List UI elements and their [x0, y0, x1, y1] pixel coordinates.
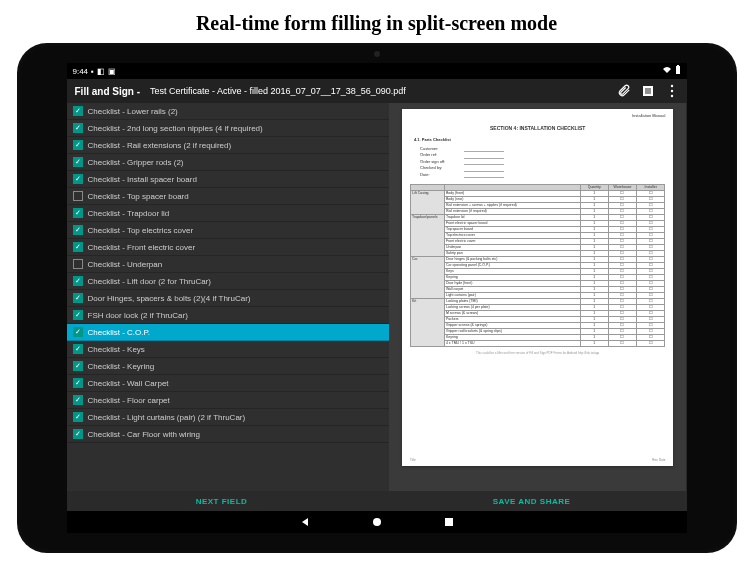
screen: 9:44 ▪ ◧ ▣ Fill and Sign - Test Certific… [67, 63, 687, 533]
checklist-item-label: FSH door lock (2 if ThruCar) [88, 311, 188, 320]
checkbox-icon[interactable]: ✓ [73, 123, 83, 133]
checkbox-icon[interactable]: ✓ [73, 310, 83, 320]
checkbox-icon[interactable] [73, 191, 83, 201]
checklist: ✓Checklist - Lower rails (2)✓Checklist -… [67, 103, 389, 491]
checkbox-icon[interactable]: ✓ [73, 106, 83, 116]
checklist-item[interactable]: ✓Checklist - Front electric cover [67, 239, 389, 256]
app-bar: Fill and Sign - Test Certificate - Activ… [67, 79, 687, 103]
checkbox-icon[interactable]: ✓ [73, 344, 83, 354]
status-icon-app: ▣ [108, 67, 116, 76]
pdf-subtitle: 4.1. Parts Checklist [414, 137, 665, 142]
save-share-button[interactable]: SAVE AND SHARE [377, 491, 687, 511]
pdf-section-title: SECTION 4: INSTALLATION CHECKLIST [410, 125, 665, 131]
checkbox-icon[interactable]: ✓ [73, 140, 83, 150]
checklist-item-label: Checklist - C.O.P. [88, 328, 151, 337]
checkbox-icon[interactable]: ✓ [73, 378, 83, 388]
wifi-icon [662, 66, 672, 76]
checkbox-icon[interactable]: ✓ [73, 395, 83, 405]
checkbox-icon[interactable]: ✓ [73, 225, 83, 235]
pdf-footer-left: Title [410, 458, 416, 462]
app-name: Fill and Sign - [75, 86, 141, 97]
attachment-icon[interactable] [617, 84, 631, 98]
main-content: ✓Checklist - Lower rails (2)✓Checklist -… [67, 103, 687, 491]
status-icon-square: ▪ [91, 67, 94, 76]
page-caption: Real-time form filling in split-screen m… [0, 0, 753, 43]
checkbox-icon[interactable]: ✓ [73, 242, 83, 252]
pdf-header: Installation Manual [632, 113, 665, 118]
checklist-item[interactable]: ✓Checklist - Install spacer board [67, 171, 389, 188]
checklist-item-label: Checklist - Gripper rods (2) [88, 158, 184, 167]
checklist-item-label: Checklist - Lower rails (2) [88, 107, 178, 116]
tablet-frame: 9:44 ▪ ◧ ▣ Fill and Sign - Test Certific… [17, 43, 737, 553]
checklist-item[interactable]: ✓Checklist - Top electrics cover [67, 222, 389, 239]
checkbox-icon[interactable]: ✓ [73, 412, 83, 422]
checklist-item-label: Checklist - Keyring [88, 362, 155, 371]
checkbox-icon[interactable]: ✓ [73, 276, 83, 286]
checklist-item[interactable]: ✓Checklist - C.O.P. [67, 324, 389, 341]
checkbox-icon[interactable]: ✓ [73, 429, 83, 439]
checklist-item-label: Checklist - Floor carpet [88, 396, 170, 405]
android-nav-bar [67, 511, 687, 533]
checklist-item-label: Checklist - Light curtains (pair) (2 if … [88, 413, 246, 422]
checklist-item[interactable]: ✓Checklist - Wall Carpet [67, 375, 389, 392]
checklist-item[interactable]: ✓Checklist - Gripper rods (2) [67, 154, 389, 171]
checklist-item[interactable]: Checklist - Underpan [67, 256, 389, 273]
checklist-item[interactable]: ✓FSH door lock (2 if ThruCar) [67, 307, 389, 324]
checklist-item[interactable]: ✓Checklist - Rail extensions (2 if requi… [67, 137, 389, 154]
svg-point-9 [373, 518, 381, 526]
checkbox-icon[interactable]: ✓ [73, 208, 83, 218]
next-field-button[interactable]: NEXT FIELD [67, 491, 377, 511]
svg-point-7 [670, 90, 672, 92]
checklist-item[interactable]: ✓Checklist - Lift door (2 for ThruCar) [67, 273, 389, 290]
pdf-footer: Title Rev. Date [410, 458, 665, 462]
checklist-item-label: Door Hinges, spacers & bolts (2)(4 if Th… [88, 294, 251, 303]
checklist-item[interactable]: ✓Checklist - Light curtains (pair) (2 if… [67, 409, 389, 426]
recent-icon[interactable] [443, 516, 455, 528]
checklist-item[interactable]: ✓Checklist - 2nd long section nipples (4… [67, 120, 389, 137]
battery-icon [675, 65, 681, 77]
checklist-item[interactable]: ✓Checklist - Keyring [67, 358, 389, 375]
home-icon[interactable] [371, 516, 383, 528]
checklist-item-label: Checklist - Install spacer board [88, 175, 197, 184]
checklist-item[interactable]: ✓Checklist - Car Floor with wiring [67, 426, 389, 443]
checkbox-icon[interactable] [73, 259, 83, 269]
status-time: 9:44 [73, 67, 89, 76]
checklist-item-label: Checklist - Underpan [88, 260, 163, 269]
checklist-item[interactable]: ✓Checklist - Lower rails (2) [67, 103, 389, 120]
more-icon[interactable] [665, 84, 679, 98]
pdf-checklist-table: QuantityWarehouseInstallerLift CasingBod… [410, 184, 665, 347]
checklist-item[interactable]: ✓Checklist - Keys [67, 341, 389, 358]
document-icon[interactable] [641, 84, 655, 98]
svg-rect-10 [445, 518, 453, 526]
checkbox-icon[interactable]: ✓ [73, 327, 83, 337]
checkbox-icon[interactable]: ✓ [73, 174, 83, 184]
checklist-item-label: Checklist - Front electric cover [88, 243, 196, 252]
status-icon-notification: ◧ [97, 67, 105, 76]
checklist-item-label: Checklist - 2nd long section nipples (4 … [88, 124, 263, 133]
checkbox-icon[interactable]: ✓ [73, 293, 83, 303]
pdf-watermark-note: This could be a filler and free version … [410, 351, 665, 355]
checkbox-icon[interactable]: ✓ [73, 361, 83, 371]
checklist-item[interactable]: Checklist - Top spacer board [67, 188, 389, 205]
svg-point-6 [670, 85, 672, 87]
document-title: Test Certificate - Active - filled 2016_… [150, 86, 606, 96]
checklist-item-label: Checklist - Rail extensions (2 if requir… [88, 141, 232, 150]
checklist-item[interactable]: ✓Checklist - Trapdoor lid [67, 205, 389, 222]
svg-point-8 [670, 95, 672, 97]
svg-rect-1 [677, 65, 679, 66]
form-fields-pane[interactable]: ✓Checklist - Lower rails (2)✓Checklist -… [67, 103, 389, 491]
checklist-item-label: Checklist - Lift door (2 for ThruCar) [88, 277, 211, 286]
back-icon[interactable] [299, 516, 311, 528]
pdf-form-fields: Customer:Order ref:Order sign off:Checke… [420, 146, 665, 178]
svg-rect-0 [676, 66, 680, 74]
checklist-item-label: Checklist - Wall Carpet [88, 379, 169, 388]
checklist-item-label: Checklist - Top spacer board [88, 192, 189, 201]
action-buttons: NEXT FIELD SAVE AND SHARE [67, 491, 687, 511]
checklist-item[interactable]: ✓Checklist - Floor carpet [67, 392, 389, 409]
pdf-footer-right: Rev. Date [652, 458, 665, 462]
checkbox-icon[interactable]: ✓ [73, 157, 83, 167]
checklist-item[interactable]: ✓Door Hinges, spacers & bolts (2)(4 if T… [67, 290, 389, 307]
pdf-page: Installation Manual SECTION 4: INSTALLAT… [402, 109, 673, 466]
pdf-preview-pane[interactable]: Installation Manual SECTION 4: INSTALLAT… [389, 103, 687, 491]
checklist-item-label: Checklist - Keys [88, 345, 145, 354]
